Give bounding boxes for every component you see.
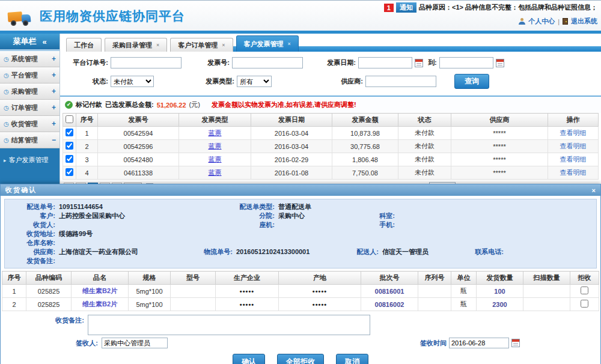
expand-icon[interactable]: + (52, 120, 56, 128)
notification-text: 品种原因：<1> 品种信息不完整：包括品牌和品种证照信息； (419, 3, 597, 12)
sidebar-item-orders[interactable]: ◷ 订单管理 + (0, 100, 59, 116)
row-checkbox[interactable] (66, 168, 73, 176)
tab-customer-invoice[interactable]: 客户发票管理 × (236, 35, 299, 52)
invoice-no-label: 发票号: (198, 58, 230, 67)
app-header: 医用物资供应链协同平台 1 通知 品种原因：<1> 品种信息不完整：包括品牌和品… (0, 1, 601, 34)
filter-panel: 平台订单号: 发票号: 发票日期: 到: 状态: 未付款 发票类 (60, 52, 601, 96)
supplier-label: 供应商: (332, 77, 363, 86)
receipt-note-row: 收货备注: (1, 315, 600, 335)
calendar-icon[interactable] (511, 339, 520, 347)
tab-procurement-catalog[interactable]: 采购目录管理 × (105, 38, 167, 52)
dialog-title: 收货确认 (5, 186, 37, 195)
invoice-date-input[interactable] (358, 57, 412, 68)
sidebar-item-platform[interactable]: ◷ 平台管理 + (0, 67, 59, 83)
clock-icon: ◷ (4, 121, 9, 127)
sign-time-input[interactable] (449, 338, 509, 348)
view-detail-link[interactable]: 查看明细 (560, 129, 587, 136)
filter-row-1: 平台订单号: 发票号: 发票日期: 到: (66, 57, 595, 68)
invoice-type-label: 发票类型: (198, 77, 234, 86)
sidebar-title: 菜单栏 (13, 36, 36, 47)
sidebar-item-customer-invoice[interactable]: ▸ 客户发票管理 (0, 153, 59, 167)
collapse-icon[interactable]: − (52, 136, 56, 144)
invoice-type-link[interactable]: 蓝票 (209, 156, 222, 163)
invoice-type-select[interactable]: 所有 (237, 76, 272, 87)
order-no-input[interactable] (111, 57, 182, 68)
invoice-no-input[interactable] (232, 57, 303, 68)
info-row: 发货备注: (5, 256, 596, 265)
receipt-note-textarea[interactable] (88, 315, 370, 335)
reject-all-button[interactable]: 全部拒收 (277, 354, 324, 364)
sidebar-item-settlement[interactable]: ◷ 结算管理 − (0, 132, 59, 148)
info-row: 仓库名称: (5, 238, 596, 247)
calendar-icon[interactable] (415, 59, 423, 67)
invoice-row: 3 00542480 蓝票 2016-02-29 1,806.48 未付款 **… (63, 153, 599, 166)
app-window: 医用物资供应链协同平台 1 通知 品种原因：<1> 品种信息不完整：包括品牌和品… (0, 0, 601, 364)
tab-close-icon[interactable]: × (156, 42, 159, 48)
logout-link[interactable]: 退出系统 (571, 17, 597, 26)
close-icon[interactable]: × (592, 187, 596, 194)
search-button[interactable]: 查询 (454, 74, 489, 89)
check-icon: ✔ (65, 101, 73, 109)
expand-icon[interactable]: + (52, 55, 56, 63)
sidebar-header: 菜单栏 « (0, 34, 59, 51)
sidebar-item-system[interactable]: ◷ 系统管理 + (0, 51, 59, 67)
product-name-link[interactable]: 维生素B2片 (82, 300, 117, 308)
product-header-row: 序号 品种编码 品名 规格 型号 生产企业 产地 批次号 序列号 单位 发货数量… (2, 271, 599, 285)
tab-strip: 工作台 采购目录管理 × 客户订单管理 × 客户发票管理 × (60, 34, 601, 52)
expand-icon[interactable]: + (52, 103, 56, 112)
invoice-row: 2 00542596 蓝票 2016-03-04 30,775.68 未付款 *… (63, 140, 599, 153)
total-amount-unit: (元) (189, 100, 200, 109)
filter-row-2: 状态: 未付款 发票类型: 所有 供应商: 查询 (66, 74, 595, 89)
product-name-link[interactable]: 维生素B2片 (82, 287, 117, 294)
dialog-title-bar: 收货确认 × (1, 184, 600, 196)
notification-count-badge[interactable]: 1 (384, 4, 394, 12)
clock-icon: ◷ (4, 137, 9, 144)
sidebar-item-receiving[interactable]: ◷ 收货管理 + (0, 116, 59, 132)
sidebar-item-procurement[interactable]: ◷ 采购管理 + (0, 83, 59, 100)
row-checkbox[interactable] (66, 142, 73, 150)
invoice-date-to-input[interactable] (439, 57, 493, 68)
receipt-note-label: 收货备注: (1, 315, 88, 335)
invoice-type-link[interactable]: 蓝票 (209, 169, 222, 176)
signer-label: 签收人: (1, 339, 102, 348)
status-select[interactable]: 未付款 (111, 76, 154, 87)
view-detail-link[interactable]: 查看明细 (560, 156, 587, 163)
tab-close-icon[interactable]: × (222, 42, 225, 48)
row-checkbox[interactable] (66, 129, 73, 136)
info-row: 收货地址: 绥德路99号 (5, 229, 596, 238)
tab-close-icon[interactable]: × (288, 41, 291, 47)
invoice-table-wrap: 序号 发票号 发票类型 发票日期 发票金额 状态 供应商 操作 (60, 113, 601, 180)
date-to-label: 到: (428, 58, 437, 67)
personal-center-link[interactable]: 个人中心 (528, 17, 555, 26)
notification-button[interactable]: 通知 (396, 2, 416, 13)
cancel-button[interactable]: 取消 (336, 354, 368, 364)
invoice-type-link[interactable]: 蓝票 (209, 142, 222, 150)
dialog-buttons: 确认 全部拒收 取消 (1, 354, 600, 364)
truck-logo-icon (7, 7, 34, 26)
summary-bar: ✔ 标记付款 已选发票总金额: 51,206.22 (元) 发票金额以实物发票为… (60, 96, 601, 113)
expand-icon[interactable]: + (52, 87, 56, 96)
submenu-arrow-icon: ▸ (4, 157, 7, 163)
supplier-input[interactable] (365, 76, 436, 87)
sidebar-collapse-icon[interactable]: « (42, 37, 46, 46)
expand-icon[interactable]: + (52, 71, 56, 79)
info-row: 收货人: 座机: 手机: (5, 220, 596, 229)
reject-checkbox[interactable] (581, 300, 588, 308)
calendar-icon[interactable] (496, 59, 504, 67)
logout-door-icon (563, 18, 568, 25)
view-detail-link[interactable]: 查看明细 (560, 142, 587, 150)
view-detail-link[interactable]: 查看明细 (560, 169, 587, 176)
tab-customer-orders[interactable]: 客户订单管理 × (170, 38, 233, 52)
invoice-type-link[interactable]: 蓝票 (209, 129, 222, 136)
notification-bar[interactable]: 1 通知 品种原因：<1> 品种信息不完整：包括品牌和品种证照信息； (384, 2, 597, 13)
select-all-checkbox[interactable] (66, 115, 73, 123)
info-row: 供应商: 上海信谊天一药业有限公司 物流单号: 2016051210241330… (5, 247, 596, 256)
tab-workbench[interactable]: 工作台 (66, 38, 102, 52)
row-checkbox[interactable] (66, 155, 73, 163)
confirm-button[interactable]: 确认 (233, 354, 265, 364)
reject-checkbox[interactable] (581, 287, 588, 294)
product-row: 1 025825 维生素B2片 5mg*100 ••••• ••••• 0081… (2, 285, 599, 298)
signer-input[interactable] (102, 338, 168, 348)
mark-paid-label[interactable]: 标记付款 (76, 100, 102, 109)
invoice-table: 序号 发票号 发票类型 发票日期 发票金额 状态 供应商 操作 (63, 113, 599, 180)
